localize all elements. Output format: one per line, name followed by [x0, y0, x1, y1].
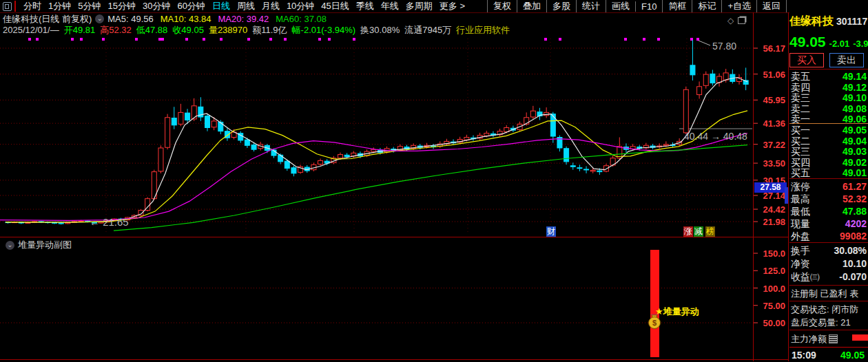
candle-body: [165, 118, 170, 147]
signal-marker: [353, 38, 355, 41]
price-tick-4: 37.22: [756, 140, 785, 150]
sub-tick-3: 75.00: [756, 301, 785, 311]
candle-body: [663, 145, 668, 145]
panel-divider: [789, 178, 868, 179]
candle-body: [570, 166, 575, 167]
candle-body: [185, 113, 190, 120]
candle-body: [318, 160, 323, 164]
signal-marker: [559, 38, 561, 41]
panel-scroll-indicator: [785, 187, 788, 204]
stat-value: 47.88: [843, 206, 867, 218]
ma-legend: MA5: 49.56MA10: 43.84MA20: 39.42MA60: 37…: [107, 14, 333, 24]
info-field-5: 量238970: [209, 24, 247, 36]
candle-body: [697, 87, 702, 95]
candle-body: [285, 161, 289, 168]
subchart-title: 堆量异动副图: [18, 239, 72, 251]
ohlc-info-line: 2025/12/01/—开49.81高52.32低47.88收49.05量238…: [3, 25, 515, 35]
axis-border-line: [753, 12, 754, 361]
price-tick-1: 51.06: [756, 70, 785, 80]
signal-marker: [80, 38, 83, 41]
ma-line-MA10: [6, 111, 747, 222]
book-mid-divider: [789, 123, 868, 124]
panel-divider: [789, 242, 868, 243]
candle-body: [251, 145, 256, 150]
stat-label: 换手: [791, 245, 810, 257]
list-icon[interactable]: [829, 334, 838, 343]
stat-最低: 最低47.88: [791, 206, 867, 218]
buy-button[interactable]: 买入: [789, 53, 824, 67]
candle-body: [564, 149, 569, 162]
signal-marker: [135, 38, 138, 41]
stock-code: 301117: [836, 16, 867, 27]
range-annotation: 40.44 → 40.48: [684, 131, 747, 142]
registration-status: 注册制 已盈利 表: [791, 288, 868, 300]
candle-body: [205, 116, 210, 128]
price-tick-3: 41.36: [756, 118, 785, 129]
signal-marker: [185, 38, 188, 41]
sub-tick-1: 125.0: [756, 266, 785, 276]
signal-marker: [624, 38, 627, 41]
info-field-9: 流通7945万: [404, 24, 451, 36]
candle-body: [211, 121, 216, 127]
candle-body: [577, 168, 582, 169]
stat-涨停: 涨停61.27: [791, 181, 867, 193]
stat-收益㈢: 收益㈢-0.070: [791, 271, 867, 284]
signal-marker: [544, 38, 547, 41]
chevron-down-icon[interactable]: ⌄: [95, 14, 104, 23]
price-tick-2: 45.95: [756, 95, 785, 105]
last-price: 49.05: [789, 34, 826, 50]
stat-label: 收益㈢: [791, 271, 820, 284]
info-field-6: 额11.9亿: [252, 24, 287, 36]
stat-value: 61.27: [843, 181, 867, 193]
after-hours-volume: 盘后交易量: 21: [791, 317, 868, 329]
quote-panel: 佳缘科技301117 49.05-2.01-3.94% 买入 卖出 卖五49.1…: [789, 12, 868, 362]
signal-marker: [643, 38, 645, 41]
info-field-1: 开49.81: [64, 24, 96, 36]
panel-border-line: [788, 12, 789, 361]
candle-body: [291, 168, 296, 173]
signal-marker: [36, 38, 39, 41]
info-field-2: 高52.32: [100, 24, 132, 36]
chart-corner-icons: ◇: [727, 16, 745, 25]
panel-divider: [789, 347, 868, 348]
signal-marker: [71, 38, 74, 41]
candle-body: [59, 223, 63, 224]
sub-tick-4: 50.00: [756, 318, 785, 328]
stat-value: 99082: [840, 231, 867, 243]
badge-减[interactable]: 减: [694, 226, 703, 237]
panel-divider: [789, 285, 868, 286]
badge-榜[interactable]: 榜: [705, 226, 715, 237]
candle-body: [590, 170, 595, 171]
signal-marker: [203, 38, 205, 41]
signal-marker: [657, 38, 660, 41]
main-flow-bar: [852, 334, 868, 341]
info-field-10: 行业应用软件: [456, 24, 510, 36]
maximize-icon[interactable]: [738, 17, 745, 24]
diamond-icon[interactable]: ◇: [727, 16, 734, 25]
candle-body: [192, 106, 196, 119]
price-tick-0: 56.17: [756, 43, 785, 54]
badge-涨[interactable]: 涨: [683, 226, 693, 237]
stock-name: 佳缘科技: [789, 15, 834, 27]
chevron-down-icon[interactable]: ⌄: [6, 241, 14, 250]
stat-label: 最高: [791, 193, 810, 206]
stat-外盘: 外盘99082: [791, 231, 867, 243]
price-change: -2.01: [829, 39, 850, 49]
signal-marker: [696, 38, 699, 41]
signal-bar: [650, 250, 659, 357]
signal-marker: [28, 38, 31, 41]
candle-body: [245, 140, 249, 145]
candle-body: [584, 169, 589, 170]
signal-marker: [328, 38, 331, 41]
stat-label: 净资: [791, 258, 810, 270]
stat-value: -0.070: [839, 271, 867, 284]
sell-button[interactable]: 卖出: [829, 53, 864, 67]
badge-财[interactable]: 财: [546, 226, 556, 237]
bottom-border: [0, 359, 788, 360]
svg-text:$: $: [652, 319, 657, 327]
candle-body: [158, 148, 163, 171]
signal-marker: [269, 38, 272, 41]
panel-divider: [789, 301, 868, 301]
info-field-4: 收49.05: [172, 24, 204, 36]
price-change-pct: -3.94%: [853, 39, 868, 49]
